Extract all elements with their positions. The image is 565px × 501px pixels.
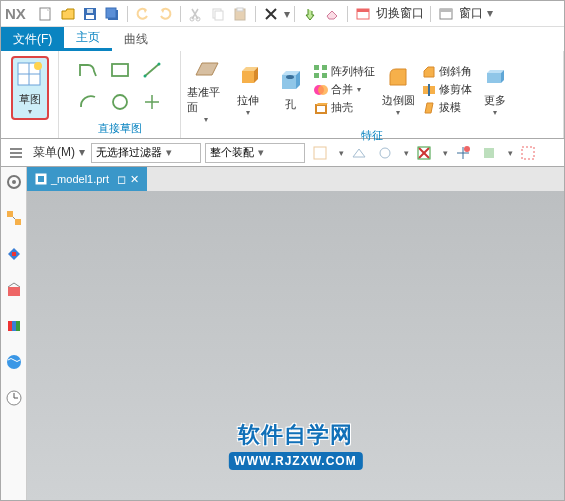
- sel-icon-5[interactable]: [454, 144, 472, 162]
- nav-assembly-icon[interactable]: [5, 209, 23, 227]
- group-label-direct-sketch: 直接草图: [59, 121, 180, 138]
- svg-rect-48: [522, 147, 534, 159]
- sel-icon-2[interactable]: [350, 144, 368, 162]
- extrude-label: 拉伸: [237, 93, 259, 108]
- nav-part-icon[interactable]: [5, 281, 23, 299]
- document-tabs: _model1.prt ◻ ✕: [27, 167, 564, 191]
- sketch-shape-grid: [74, 56, 166, 116]
- svg-point-23: [157, 63, 160, 66]
- sel-icon-1[interactable]: [311, 144, 329, 162]
- chamfer-button[interactable]: 倒斜角: [421, 64, 472, 80]
- sel-icon-6[interactable]: [480, 144, 498, 162]
- shell-button[interactable]: 抽壳: [313, 100, 375, 116]
- document-name: _model1.prt: [51, 173, 109, 185]
- shell-icon: [313, 100, 329, 116]
- svg-line-53: [13, 217, 15, 219]
- undo-icon[interactable]: [134, 5, 152, 23]
- profile-icon[interactable]: [74, 56, 102, 84]
- arc-icon[interactable]: [74, 88, 102, 116]
- draft-icon: [421, 100, 437, 116]
- nav-internet-icon[interactable]: [5, 353, 23, 371]
- open-file-icon[interactable]: [59, 5, 77, 23]
- svg-line-21: [145, 64, 159, 76]
- svg-rect-37: [10, 152, 22, 154]
- svg-rect-51: [7, 211, 13, 217]
- datum-plane-button[interactable]: 基准平面 ▾: [187, 55, 225, 124]
- extrude-button[interactable]: 拉伸 ▾: [229, 63, 267, 117]
- tab-pin-icon[interactable]: ◻: [117, 173, 126, 186]
- ribbon: 草图 ▾ x 直接草图 基准平面 ▾: [1, 51, 564, 139]
- svg-rect-58: [8, 321, 12, 331]
- menu-curve[interactable]: 曲线: [112, 27, 160, 51]
- selection-filter-dropdown[interactable]: 无选择过滤器: [91, 143, 201, 163]
- svg-point-46: [464, 146, 470, 152]
- copy-icon[interactable]: [209, 5, 227, 23]
- svg-rect-13: [357, 9, 369, 12]
- sel-icon-3[interactable]: [376, 144, 394, 162]
- chamfer-trim-draft-col: 倒斜角 修剪体 拔模: [421, 64, 472, 116]
- sel-icon-4-dd[interactable]: [439, 148, 448, 158]
- new-file-icon[interactable]: [37, 5, 55, 23]
- edge-blend-button[interactable]: 边倒圆 ▾: [379, 63, 417, 117]
- nav-reuse-icon[interactable]: [5, 317, 23, 335]
- more-button[interactable]: 更多 ▾: [476, 63, 514, 117]
- menu-file[interactable]: 文件(F): [1, 27, 64, 51]
- assembly-scope-dropdown[interactable]: 整个装配: [205, 143, 305, 163]
- redo-icon[interactable]: [156, 5, 174, 23]
- more-icon: [481, 63, 509, 91]
- view-area: _model1.prt ◻ ✕ 软件自学网 WWW.RJZXW.COM: [27, 167, 564, 500]
- title-bar: NX 切换窗口 窗口: [1, 1, 564, 27]
- sketch-button[interactable]: 草图 ▾: [11, 56, 49, 120]
- svg-rect-5: [106, 8, 116, 18]
- sel-icon-4[interactable]: [415, 144, 433, 162]
- sel-icon-6-dd[interactable]: [504, 148, 513, 158]
- tab-close-icon[interactable]: ✕: [130, 173, 139, 186]
- save-icon[interactable]: [81, 5, 99, 23]
- document-tab-active[interactable]: _model1.prt ◻ ✕: [27, 167, 147, 191]
- divider: [294, 6, 295, 22]
- edge-blend-icon: [384, 63, 412, 91]
- draft-button[interactable]: 拔模: [421, 100, 472, 116]
- svg-rect-47: [484, 148, 494, 158]
- datum-plane-icon: [192, 55, 220, 83]
- switch-window-icon[interactable]: [354, 5, 372, 23]
- delete-x-icon[interactable]: [262, 5, 280, 23]
- nav-history-icon[interactable]: [5, 389, 23, 407]
- trim-body-button[interactable]: 修剪体: [421, 82, 472, 98]
- cut-icon[interactable]: [187, 5, 205, 23]
- circle-icon[interactable]: [106, 88, 134, 116]
- paste-icon[interactable]: [231, 5, 249, 23]
- svg-rect-31: [322, 73, 327, 78]
- menu-home[interactable]: 主页: [64, 27, 112, 51]
- graphics-canvas[interactable]: 软件自学网 WWW.RJZXW.COM: [27, 191, 564, 500]
- nav-settings-icon[interactable]: [5, 173, 23, 191]
- pattern-feature-button[interactable]: 阵列特征: [313, 64, 375, 80]
- rectangle-icon[interactable]: [106, 56, 134, 84]
- unite-button[interactable]: 合并▾: [313, 82, 375, 98]
- window-icon[interactable]: [437, 5, 455, 23]
- point-icon[interactable]: [138, 88, 166, 116]
- line-icon[interactable]: [138, 56, 166, 84]
- svg-rect-59: [12, 321, 16, 331]
- eraser-icon[interactable]: [323, 5, 341, 23]
- sel-icon-7[interactable]: [519, 144, 537, 162]
- sel-icon-1-dd[interactable]: [335, 148, 344, 158]
- nav-constraint-icon[interactable]: [5, 245, 23, 263]
- svg-rect-66: [38, 176, 44, 182]
- sel-icon-3-dd[interactable]: [400, 148, 409, 158]
- svg-rect-36: [10, 148, 22, 150]
- divider: [347, 6, 348, 22]
- touch-icon[interactable]: [301, 5, 319, 23]
- delete-dropdown[interactable]: [280, 7, 290, 21]
- svg-rect-28: [314, 65, 319, 70]
- switch-window-label[interactable]: 切换窗口: [376, 5, 424, 22]
- extrude-icon: [234, 63, 262, 91]
- hole-button[interactable]: 孔: [271, 67, 309, 112]
- menu-icon[interactable]: [7, 144, 25, 162]
- window-menu-label[interactable]: 窗口: [459, 5, 493, 22]
- menu-button[interactable]: 菜单(M): [33, 144, 85, 161]
- svg-rect-52: [15, 219, 21, 225]
- app-logo: NX: [5, 5, 29, 22]
- save-all-icon[interactable]: [103, 5, 121, 23]
- svg-point-22: [143, 75, 146, 78]
